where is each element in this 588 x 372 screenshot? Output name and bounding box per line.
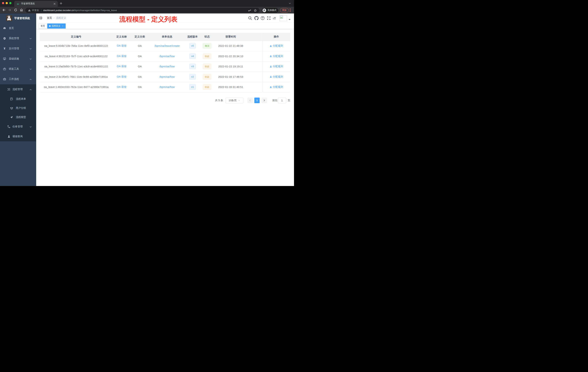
security-label[interactable]: 不安全 — [32, 9, 39, 12]
annotation-title: 流程模型 - 定义列表 — [119, 16, 178, 23]
cell-definition-name-link[interactable]: OA 请假 — [113, 85, 131, 89]
assign-rule-button[interactable]: 分配规则 — [270, 85, 283, 89]
column-header: 流程版本 — [185, 35, 200, 38]
cell-form-link[interactable]: /bpm/oa/flow — [149, 75, 185, 78]
chevron-down-icon — [30, 126, 32, 128]
page-size-select[interactable]: 10条/页 — [225, 98, 243, 103]
cell-definition-id: oa_leave:3:1fad3d93-7b75-11ec-a3c8-acde4… — [40, 65, 113, 68]
url-text[interactable]: dashboard.yudao.iocoder.cn/bpm/manager/d… — [43, 9, 117, 12]
goto-page-input[interactable] — [278, 98, 286, 103]
sidebar-item-task-mgmt[interactable]: 任务管理 — [0, 122, 36, 131]
cell-version: v3 — [185, 64, 200, 69]
cell-definition-name-link[interactable]: OA 请假 — [113, 55, 131, 58]
cell-deploy-time: 2022-01-22 19:19:11 — [214, 65, 247, 68]
prev-page-button[interactable] — [247, 98, 253, 103]
monitor-icon — [3, 57, 6, 60]
cell-definition-name-link[interactable]: OA 请假 — [113, 65, 131, 68]
sidebar-item-system[interactable]: 系统管理 — [0, 33, 36, 44]
github-icon[interactable] — [254, 16, 259, 20]
yen-icon: ¥ — [3, 47, 6, 50]
window-close-button[interactable] — [2, 2, 4, 4]
window-minimize-button[interactable] — [6, 2, 8, 4]
page-content: 定义编号 定义名称 定义分类 表单信息 流程版本 状态 部署时间 操作 oa_l… — [36, 29, 294, 92]
status-badge: 挂起 — [203, 64, 211, 69]
assign-rule-button[interactable]: 分配规则 — [270, 55, 283, 58]
sidebar-item-workflow[interactable]: 工作流程 — [0, 74, 36, 84]
sidebar-toggle-hamburger-icon[interactable] — [39, 17, 42, 19]
tab-title: 芋道管理系统 — [21, 2, 53, 5]
tab-close-icon[interactable] — [53, 2, 56, 5]
cell-form-link[interactable]: /bpm/oa/flow — [149, 55, 185, 58]
update-label: 更新 — [282, 9, 287, 12]
address-bar[interactable]: 不安全 dashboard.yudao.iocoder.cn/bpm/manag… — [25, 8, 260, 13]
current-page-button[interactable]: 1 — [254, 98, 260, 103]
tab-search-chevron-icon[interactable] — [289, 3, 291, 4]
not-secure-warning-icon[interactable] — [28, 9, 31, 11]
breadcrumb: 首页 / 流程定义 — [47, 13, 66, 22]
column-header: 表单信息 — [149, 35, 185, 38]
cell-version: v5 — [185, 43, 200, 49]
tag-process-definition[interactable]: 流程定义 — [47, 23, 66, 29]
sidebar-item-home[interactable]: 首页 — [0, 23, 36, 33]
font-size-icon[interactable]: TT — [273, 16, 277, 20]
cell-form-link[interactable]: /bpm/oa/flow — [149, 86, 185, 88]
browser-menu-button[interactable] — [290, 8, 291, 12]
chevron-down-icon — [30, 58, 32, 60]
forward-button[interactable] — [8, 8, 11, 12]
column-header: 定义名称 — [113, 35, 131, 38]
browser-toolbar: 不安全 dashboard.yudao.iocoder.cn/bpm/manag… — [0, 7, 294, 13]
browser-tab[interactable]: 芋道管理系统 — [14, 1, 58, 7]
window-zoom-button[interactable] — [9, 2, 11, 4]
browser-window: 芋道管理系统 不安全 dashboard.yudao.iocoder.cn/bp… — [0, 0, 294, 186]
back-button[interactable] — [2, 8, 6, 12]
sidebar-item-process-form[interactable]: 流程表单 — [0, 94, 36, 104]
cell-form-link[interactable]: /bpm/oa/leave/create — [149, 44, 185, 47]
sidebar-item-infra[interactable]: 基础设施 — [0, 54, 36, 64]
cell-category: OA — [131, 65, 149, 68]
sidebar-item-leave-query[interactable]: 请假查询 — [0, 131, 36, 142]
tag-label: 流程定义 — [52, 24, 60, 27]
cell-definition-name-link[interactable]: OA 请假 — [113, 75, 131, 78]
cell-form-link[interactable]: /bpm/oa/flow — [149, 65, 185, 68]
sidebar-item-user-group[interactable]: 用户分组 — [0, 104, 36, 113]
sidebar-item-devtools[interactable]: 研发工具 — [0, 64, 36, 74]
column-header: 定义编号 — [40, 35, 113, 38]
goto-label: 前往 — [272, 98, 277, 103]
sidebar-logo[interactable]: 芋道管理系统 — [0, 13, 36, 23]
breadcrumb-home[interactable]: 首页 — [47, 16, 52, 20]
table-row: oa_leave:2:3c1f0ef1-76b1-11ec-9c66-a2380… — [40, 72, 290, 82]
cell-status: 挂起 — [200, 64, 214, 69]
version-badge: v4 — [189, 54, 196, 59]
reload-button[interactable] — [14, 8, 17, 12]
assign-user-icon — [270, 65, 272, 68]
fullscreen-icon[interactable] — [267, 16, 271, 20]
cell-deploy-time: 2022-01-22 20:34:10 — [214, 55, 247, 58]
assign-rule-button[interactable]: 分配规则 — [270, 65, 283, 68]
search-icon[interactable] — [248, 16, 252, 20]
tag-home[interactable]: 首页 — [39, 23, 47, 29]
cell-category: OA — [131, 55, 149, 58]
new-tab-button[interactable] — [59, 2, 63, 5]
sidebar-item-process-mgmt[interactable]: 流程管理 — [0, 84, 36, 94]
sidebar-item-process-model[interactable]: 流程模型 — [0, 113, 36, 122]
assign-rule-button[interactable]: 分配规则 — [270, 44, 283, 47]
status-badge: 挂起 — [203, 84, 211, 90]
chrome-update-button[interactable]: 更新 — [280, 8, 289, 12]
user-avatar-broken-image[interactable] — [280, 15, 287, 21]
fixed-column-divider — [263, 33, 263, 92]
home-button[interactable] — [20, 8, 23, 12]
next-page-button[interactable] — [262, 98, 267, 103]
avatar-caret-down-icon[interactable] — [289, 19, 291, 20]
cell-definition-name-link[interactable]: OA 请假 — [113, 44, 131, 47]
broken-image-icon — [280, 16, 283, 19]
status-badge: 挂起 — [203, 54, 211, 59]
active-tag-dot — [49, 25, 51, 27]
help-icon[interactable] — [261, 16, 265, 20]
sidebar-item-payment[interactable]: ¥ 支付管理 — [0, 44, 36, 54]
tag-close-icon[interactable] — [62, 25, 64, 27]
password-key-icon[interactable] — [248, 9, 251, 12]
assign-rule-button[interactable]: 分配规则 — [270, 75, 283, 78]
definition-table: 定义编号 定义名称 定义分类 表单信息 流程版本 状态 部署时间 操作 oa_l… — [40, 33, 290, 92]
cell-version: v2 — [185, 74, 200, 79]
bookmark-star-icon[interactable] — [254, 9, 257, 12]
